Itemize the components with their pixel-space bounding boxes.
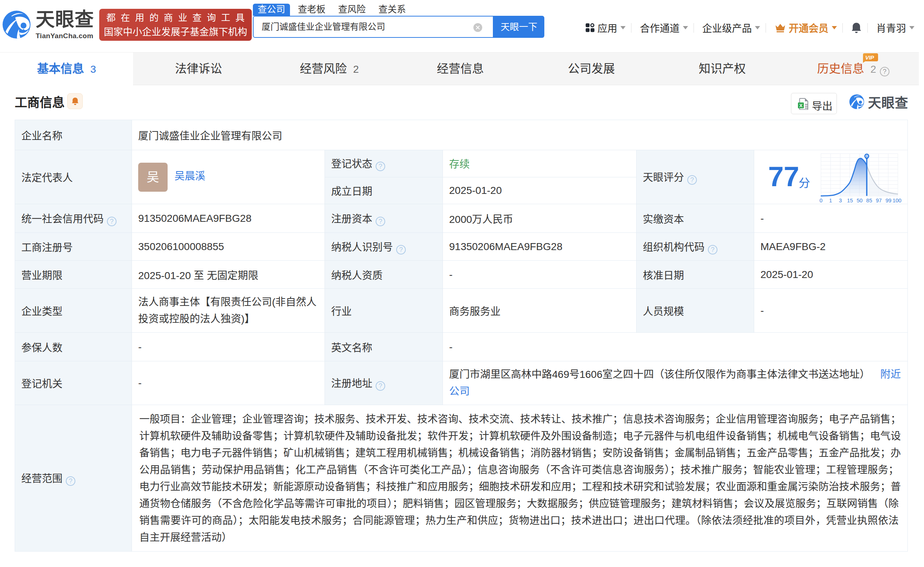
svg-text:X: X bbox=[799, 103, 803, 108]
svg-text:3: 3 bbox=[839, 198, 842, 204]
svg-text:0: 0 bbox=[820, 198, 823, 204]
svg-text:50: 50 bbox=[857, 198, 862, 204]
svg-text:VIP: VIP bbox=[865, 54, 874, 61]
svg-text:85: 85 bbox=[866, 198, 872, 204]
svg-text:97: 97 bbox=[876, 198, 882, 204]
svg-text:99: 99 bbox=[885, 198, 891, 204]
svg-text:1: 1 bbox=[829, 198, 832, 204]
svg-text:100: 100 bbox=[892, 198, 901, 204]
svg-text:15: 15 bbox=[847, 198, 853, 204]
